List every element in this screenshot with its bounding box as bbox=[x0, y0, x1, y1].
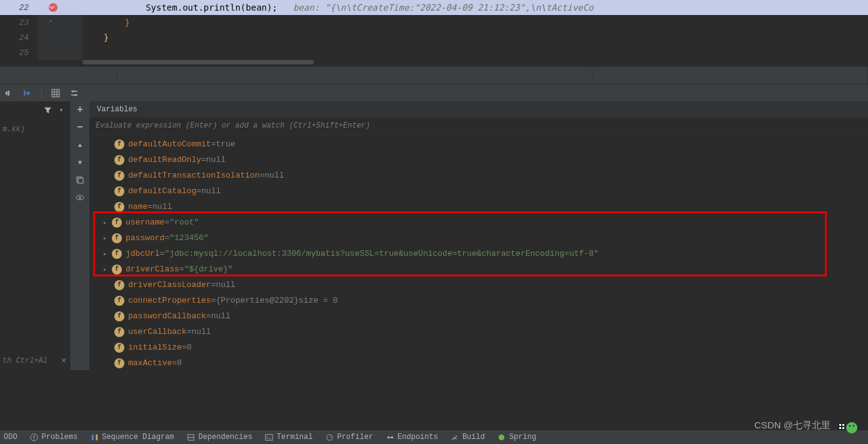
variables-header: Variables bbox=[89, 101, 868, 118]
variable-row[interactable]: finitialSize = 0 bbox=[89, 340, 868, 355]
expand-icon[interactable]: ▸ bbox=[103, 250, 112, 258]
breadcrumb-cell[interactable] bbox=[0, 67, 117, 84]
variable-name: defaultAutoCommit bbox=[128, 139, 211, 149]
code-editor[interactable]: 22 System.out.println(bean); bean: "{\n\… bbox=[0, 0, 868, 66]
variable-row[interactable]: fdefaultAutoCommit = true bbox=[89, 136, 868, 152]
remove-icon[interactable]: − bbox=[75, 123, 85, 133]
equals-text: = bbox=[164, 233, 169, 243]
variable-row[interactable]: ▸fdriverClass = "${drive}" bbox=[89, 261, 868, 277]
code-line[interactable]: 25 bbox=[0, 45, 868, 60]
frame-label[interactable]: m.kk) bbox=[0, 125, 70, 134]
variable-value: null bbox=[206, 155, 226, 164]
svg-rect-31 bbox=[839, 427, 841, 429]
hint-text: th Ctrl+Al bbox=[2, 356, 47, 365]
variable-row[interactable]: ▸fpassword = "123456" bbox=[89, 230, 868, 246]
spring-icon bbox=[497, 433, 506, 441]
svg-line-23 bbox=[329, 435, 331, 437]
variable-row[interactable]: ▸fusername = "root" bbox=[89, 214, 868, 230]
tool-window-tab[interactable]: Terminal bbox=[265, 433, 313, 441]
variable-value: 8 bbox=[177, 358, 182, 368]
filter-icon[interactable] bbox=[42, 105, 52, 115]
tool-window-label: Profiler bbox=[337, 433, 373, 441]
variable-row[interactable]: fdefaultReadOnly = null bbox=[89, 152, 868, 168]
field-badge-icon: f bbox=[114, 343, 124, 353]
scrollbar-thumb[interactable] bbox=[82, 60, 314, 64]
variable-row[interactable]: fdefaultCatalog = null bbox=[89, 183, 868, 199]
variable-row[interactable]: fname = null bbox=[89, 199, 868, 214]
tool-window-tab[interactable]: Problems bbox=[30, 433, 78, 441]
code-text[interactable]: } bbox=[82, 18, 868, 28]
variable-row[interactable]: fuserCallback = null bbox=[89, 324, 868, 340]
close-icon[interactable]: ✕ bbox=[61, 355, 66, 365]
tool-window-tab[interactable]: Spring bbox=[497, 433, 536, 441]
down-icon[interactable]: ▼ bbox=[75, 158, 85, 168]
svg-rect-29 bbox=[839, 424, 841, 426]
svg-point-15 bbox=[34, 438, 34, 439]
svg-rect-28 bbox=[838, 423, 846, 430]
code-text[interactable]: System.out.println(bean); bean: "{\n\tCr… bbox=[82, 3, 868, 13]
variable-name: driverClassLoader bbox=[128, 280, 211, 290]
gutter[interactable] bbox=[37, 30, 82, 45]
svg-rect-17 bbox=[96, 434, 97, 440]
field-badge-icon: f bbox=[114, 327, 124, 337]
expand-icon[interactable]: ▸ bbox=[103, 235, 112, 242]
svg-point-12 bbox=[79, 197, 81, 199]
breakpoint-icon[interactable] bbox=[49, 3, 57, 12]
code-line[interactable]: 22 System.out.println(bean); bean: "{\n\… bbox=[0, 0, 868, 15]
chevron-down-icon[interactable]: ▾ bbox=[56, 105, 66, 115]
tool-window-tab[interactable]: Sequence Diagram bbox=[90, 433, 174, 441]
tool-window-tab[interactable]: Dependencies bbox=[186, 433, 252, 441]
variable-row[interactable]: fconnectProperties = {Properties@2202} s… bbox=[89, 293, 868, 308]
evaluate-input[interactable]: Evaluate expression (Enter) or add a wat… bbox=[89, 118, 868, 134]
restart-frame-icon[interactable] bbox=[4, 88, 14, 98]
problems-icon bbox=[30, 433, 39, 441]
variable-name: maxActive bbox=[128, 358, 172, 368]
field-badge-icon: f bbox=[112, 265, 122, 275]
expand-icon[interactable]: ▸ bbox=[103, 266, 112, 273]
variable-value: null bbox=[152, 202, 172, 211]
debug-toolbar bbox=[0, 84, 868, 101]
variable-row[interactable]: fmaxActive = 8 bbox=[89, 355, 868, 370]
watch-icon[interactable] bbox=[75, 193, 85, 203]
variable-name: name bbox=[128, 202, 147, 211]
copy-icon[interactable] bbox=[75, 175, 85, 185]
equals-text: = bbox=[211, 280, 216, 290]
fold-icon[interactable]: ⌃ bbox=[49, 19, 53, 27]
variable-value: null bbox=[191, 327, 211, 336]
variable-value: null bbox=[216, 280, 235, 290]
debug-side-toolbar: + − ▲ ▼ bbox=[71, 101, 89, 370]
field-badge-icon: f bbox=[114, 171, 124, 181]
code-text[interactable]: } bbox=[82, 33, 868, 43]
add-icon[interactable]: + bbox=[75, 105, 85, 115]
svg-point-34 bbox=[849, 425, 851, 427]
expand-icon[interactable]: ▸ bbox=[103, 219, 112, 226]
tool-window-tab[interactable]: Build bbox=[451, 433, 485, 441]
breadcrumb-cell[interactable] bbox=[117, 67, 592, 84]
variable-row[interactable]: fdefaultTransactionIsolation = null bbox=[89, 168, 868, 183]
variable-row[interactable]: fpasswordCallback = null bbox=[89, 308, 868, 324]
horizontal-scrollbar[interactable] bbox=[82, 60, 868, 66]
tool-window-tab[interactable]: Endpoints bbox=[386, 433, 438, 441]
variable-name: password bbox=[126, 233, 164, 243]
code-line[interactable]: 23 ⌃ } bbox=[0, 15, 868, 30]
gutter[interactable] bbox=[37, 45, 82, 60]
field-badge-icon: f bbox=[112, 233, 122, 243]
up-icon[interactable]: ▲ bbox=[75, 140, 85, 150]
variable-value: true bbox=[216, 139, 235, 149]
tool-window-tab[interactable]: Profiler bbox=[325, 433, 373, 441]
grid-icon[interactable] bbox=[51, 88, 61, 98]
tool-window-tab[interactable]: ODO bbox=[4, 433, 17, 441]
variable-row[interactable]: fdriverClassLoader = null bbox=[89, 277, 868, 293]
equals-text: = bbox=[164, 218, 169, 227]
code-line[interactable]: 24 } bbox=[0, 30, 868, 45]
settings-icon[interactable] bbox=[69, 88, 79, 98]
breadcrumb-cell[interactable] bbox=[592, 67, 868, 84]
step-icon[interactable] bbox=[22, 88, 32, 98]
gutter[interactable]: ⌃ bbox=[37, 15, 82, 30]
variable-row[interactable]: ▸fjdbcUrl = "jdbc:mysql://localhost:3306… bbox=[89, 246, 868, 261]
frames-panel[interactable]: ▾ m.kk) th Ctrl+Al ✕ bbox=[0, 101, 71, 370]
equals-text: = bbox=[172, 358, 177, 368]
variables-list[interactable]: fdefaultAutoCommit = truefdefaultReadOnl… bbox=[89, 134, 868, 370]
equals-text: = bbox=[179, 265, 184, 274]
gutter[interactable] bbox=[37, 0, 82, 15]
